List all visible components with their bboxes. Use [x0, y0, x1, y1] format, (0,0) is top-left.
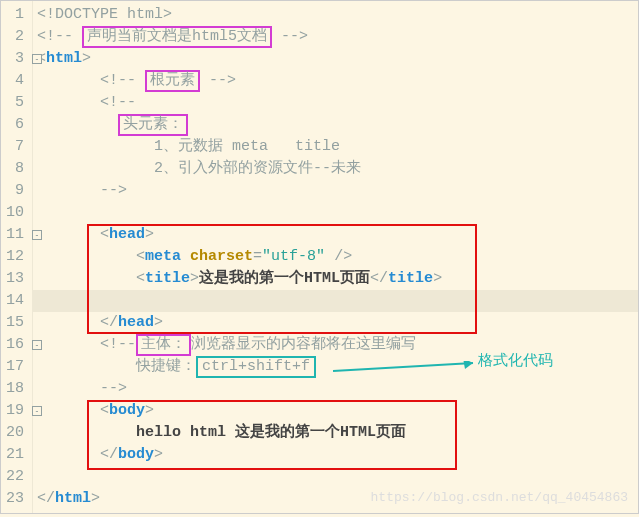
code-line: <!-- 声明当前文档是html5文档 -->	[33, 26, 638, 48]
line-numbers: 1234567891011121314151617181920212223	[1, 1, 33, 513]
code-editor: 1234567891011121314151617181920212223 <!…	[0, 0, 639, 514]
code-line: 2、引入外部的资源文件--未来	[33, 158, 638, 180]
watermark: https://blog.csdn.net/qq_40454863	[371, 490, 628, 505]
highlight-box: 根元素	[145, 70, 200, 92]
code-line: <meta charset="utf-8" />	[33, 246, 638, 268]
annotation-label: 格式化代码	[478, 351, 553, 370]
highlight-box: 主体：	[136, 334, 191, 356]
code-line: 1、元数据 meta title	[33, 136, 638, 158]
code-line: <title>这是我的第一个HTML页面</title>	[33, 268, 638, 290]
code-line: <!--	[33, 92, 638, 114]
code-line: <!DOCTYPE html>	[33, 4, 638, 26]
code-line: -->	[33, 180, 638, 202]
code-line: </head>	[33, 312, 638, 334]
code-line	[33, 466, 638, 488]
code-line	[33, 202, 638, 224]
code-line: </body>	[33, 444, 638, 466]
code-line: <!-- 根元素 -->	[33, 70, 638, 92]
fold-icon[interactable]: -	[32, 406, 42, 416]
code-line: - <head>	[33, 224, 638, 246]
highlight-box: 声明当前文档是html5文档	[82, 26, 272, 48]
doctype: <!DOCTYPE html>	[37, 6, 172, 23]
code-line: hello html 这是我的第一个HTML页面	[33, 422, 638, 444]
code-area[interactable]: <!DOCTYPE html> <!-- 声明当前文档是html5文档 --> …	[33, 1, 638, 513]
code-line: -->	[33, 378, 638, 400]
highlight-box: 头元素：	[118, 114, 188, 136]
fold-icon[interactable]: -	[32, 54, 42, 64]
code-line: 头元素：	[33, 114, 638, 136]
code-line: -<html>	[33, 48, 638, 70]
code-line-active	[33, 290, 638, 312]
fold-icon[interactable]: -	[32, 340, 42, 350]
fold-icon[interactable]: -	[32, 230, 42, 240]
shortcut-box: ctrl+shift+f	[196, 356, 316, 378]
code-line: - <body>	[33, 400, 638, 422]
